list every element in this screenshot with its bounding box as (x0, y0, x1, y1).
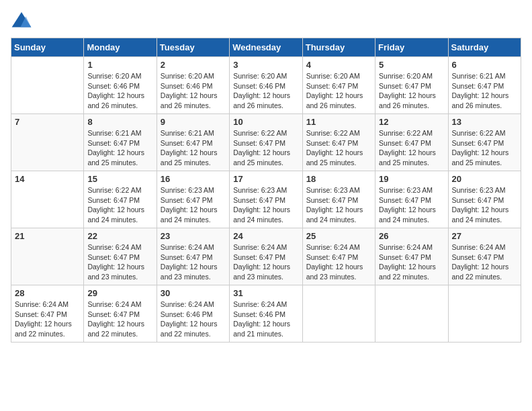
calendar-cell: 29Sunrise: 6:24 AM Sunset: 6:47 PM Dayli… (84, 285, 157, 342)
day-number: 22 (87, 231, 152, 241)
day-number: 11 (306, 117, 371, 127)
day-number: 23 (161, 231, 226, 241)
calendar-cell: 15Sunrise: 6:22 AM Sunset: 6:47 PM Dayli… (84, 171, 157, 228)
day-of-week-header: Sunday (11, 38, 84, 57)
page-header (11, 11, 521, 30)
calendar-header-row: SundayMondayTuesdayWednesdayThursdayFrid… (11, 38, 521, 57)
day-info: Sunrise: 6:21 AM Sunset: 6:47 PM Dayligh… (87, 128, 152, 168)
day-number: 16 (161, 174, 226, 184)
calendar-cell: 5Sunrise: 6:20 AM Sunset: 6:47 PM Daylig… (375, 57, 448, 114)
logo (11, 11, 35, 30)
day-info: Sunrise: 6:24 AM Sunset: 6:47 PM Dayligh… (233, 242, 298, 282)
day-number: 10 (233, 117, 298, 127)
day-info: Sunrise: 6:23 AM Sunset: 6:47 PM Dayligh… (452, 185, 517, 225)
calendar-cell: 12Sunrise: 6:22 AM Sunset: 6:47 PM Dayli… (375, 114, 448, 171)
calendar-cell: 18Sunrise: 6:23 AM Sunset: 6:47 PM Dayli… (302, 171, 375, 228)
day-info: Sunrise: 6:20 AM Sunset: 6:46 PM Dayligh… (161, 71, 226, 111)
day-info: Sunrise: 6:20 AM Sunset: 6:46 PM Dayligh… (233, 71, 298, 111)
calendar-cell: 13Sunrise: 6:22 AM Sunset: 6:47 PM Dayli… (448, 114, 521, 171)
calendar-cell (11, 57, 84, 114)
day-info: Sunrise: 6:22 AM Sunset: 6:47 PM Dayligh… (379, 128, 444, 168)
day-number: 6 (452, 60, 517, 70)
calendar-cell: 17Sunrise: 6:23 AM Sunset: 6:47 PM Dayli… (230, 171, 302, 228)
day-number: 5 (379, 60, 444, 70)
calendar-cell (302, 285, 375, 342)
calendar-cell: 6Sunrise: 6:21 AM Sunset: 6:47 PM Daylig… (448, 57, 521, 114)
calendar-cell: 2Sunrise: 6:20 AM Sunset: 6:46 PM Daylig… (157, 57, 229, 114)
day-number: 4 (306, 60, 371, 70)
calendar-cell: 25Sunrise: 6:24 AM Sunset: 6:47 PM Dayli… (302, 228, 375, 285)
day-number: 17 (233, 174, 298, 184)
day-info: Sunrise: 6:24 AM Sunset: 6:46 PM Dayligh… (161, 300, 226, 339)
calendar-week-row: 2122Sunrise: 6:24 AM Sunset: 6:47 PM Day… (11, 228, 521, 285)
day-number: 15 (87, 174, 152, 184)
day-info: Sunrise: 6:21 AM Sunset: 6:47 PM Dayligh… (452, 71, 517, 111)
calendar-cell: 20Sunrise: 6:23 AM Sunset: 6:47 PM Dayli… (448, 171, 521, 228)
calendar-cell (448, 285, 521, 342)
day-number: 9 (161, 117, 226, 127)
day-info: Sunrise: 6:23 AM Sunset: 6:47 PM Dayligh… (306, 185, 371, 225)
calendar-cell: 26Sunrise: 6:24 AM Sunset: 6:47 PM Dayli… (375, 228, 448, 285)
day-info: Sunrise: 6:24 AM Sunset: 6:47 PM Dayligh… (87, 300, 152, 339)
day-info: Sunrise: 6:22 AM Sunset: 6:47 PM Dayligh… (306, 128, 371, 168)
day-info: Sunrise: 6:22 AM Sunset: 6:47 PM Dayligh… (452, 128, 517, 168)
day-of-week-header: Thursday (302, 38, 375, 57)
calendar-cell: 16Sunrise: 6:23 AM Sunset: 6:47 PM Dayli… (157, 171, 229, 228)
day-info: Sunrise: 6:24 AM Sunset: 6:46 PM Dayligh… (233, 300, 298, 339)
day-info: Sunrise: 6:22 AM Sunset: 6:47 PM Dayligh… (87, 185, 152, 225)
day-info: Sunrise: 6:24 AM Sunset: 6:47 PM Dayligh… (161, 242, 226, 282)
calendar-cell: 11Sunrise: 6:22 AM Sunset: 6:47 PM Dayli… (302, 114, 375, 171)
day-number: 29 (87, 288, 152, 298)
calendar-cell: 31Sunrise: 6:24 AM Sunset: 6:46 PM Dayli… (230, 285, 302, 342)
calendar-week-row: 78Sunrise: 6:21 AM Sunset: 6:47 PM Dayli… (11, 114, 521, 171)
day-info: Sunrise: 6:22 AM Sunset: 6:47 PM Dayligh… (233, 128, 298, 168)
calendar-cell: 19Sunrise: 6:23 AM Sunset: 6:47 PM Dayli… (375, 171, 448, 228)
day-info: Sunrise: 6:24 AM Sunset: 6:47 PM Dayligh… (15, 300, 80, 339)
calendar-cell: 28Sunrise: 6:24 AM Sunset: 6:47 PM Dayli… (11, 285, 84, 342)
day-info: Sunrise: 6:24 AM Sunset: 6:47 PM Dayligh… (306, 242, 371, 282)
day-of-week-header: Friday (375, 38, 448, 57)
calendar-cell: 30Sunrise: 6:24 AM Sunset: 6:46 PM Dayli… (157, 285, 229, 342)
day-number: 3 (233, 60, 298, 70)
calendar-cell: 22Sunrise: 6:24 AM Sunset: 6:47 PM Dayli… (84, 228, 157, 285)
day-info: Sunrise: 6:24 AM Sunset: 6:47 PM Dayligh… (452, 242, 517, 282)
day-of-week-header: Tuesday (157, 38, 229, 57)
day-number: 8 (87, 117, 152, 127)
calendar-cell: 21 (11, 228, 84, 285)
day-number: 25 (306, 231, 371, 241)
day-number: 19 (379, 174, 444, 184)
calendar-cell: 8Sunrise: 6:21 AM Sunset: 6:47 PM Daylig… (84, 114, 157, 171)
day-number: 18 (306, 174, 371, 184)
calendar-cell: 3Sunrise: 6:20 AM Sunset: 6:46 PM Daylig… (230, 57, 302, 114)
calendar-table: SundayMondayTuesdayWednesdayThursdayFrid… (11, 38, 521, 342)
day-number: 7 (15, 117, 80, 127)
day-info: Sunrise: 6:20 AM Sunset: 6:47 PM Dayligh… (379, 71, 444, 111)
day-number: 1 (87, 60, 152, 70)
day-number: 31 (233, 288, 298, 298)
day-info: Sunrise: 6:20 AM Sunset: 6:46 PM Dayligh… (87, 71, 152, 111)
day-number: 14 (15, 174, 80, 184)
day-of-week-header: Monday (84, 38, 157, 57)
calendar-week-row: 1415Sunrise: 6:22 AM Sunset: 6:47 PM Day… (11, 171, 521, 228)
day-number: 26 (379, 231, 444, 241)
day-number: 28 (15, 288, 80, 298)
day-number: 12 (379, 117, 444, 127)
day-info: Sunrise: 6:23 AM Sunset: 6:47 PM Dayligh… (233, 185, 298, 225)
day-info: Sunrise: 6:24 AM Sunset: 6:47 PM Dayligh… (87, 242, 152, 282)
day-number: 13 (452, 117, 517, 127)
day-info: Sunrise: 6:20 AM Sunset: 6:47 PM Dayligh… (306, 71, 371, 111)
day-info: Sunrise: 6:23 AM Sunset: 6:47 PM Dayligh… (379, 185, 444, 225)
calendar-cell: 4Sunrise: 6:20 AM Sunset: 6:47 PM Daylig… (302, 57, 375, 114)
day-info: Sunrise: 6:24 AM Sunset: 6:47 PM Dayligh… (379, 242, 444, 282)
day-info: Sunrise: 6:21 AM Sunset: 6:47 PM Dayligh… (161, 128, 226, 168)
day-info: Sunrise: 6:23 AM Sunset: 6:47 PM Dayligh… (161, 185, 226, 225)
day-number: 21 (15, 231, 80, 241)
calendar-cell: 24Sunrise: 6:24 AM Sunset: 6:47 PM Dayli… (230, 228, 302, 285)
calendar-cell: 10Sunrise: 6:22 AM Sunset: 6:47 PM Dayli… (230, 114, 302, 171)
day-number: 2 (161, 60, 226, 70)
calendar-cell: 9Sunrise: 6:21 AM Sunset: 6:47 PM Daylig… (157, 114, 229, 171)
calendar-week-row: 1Sunrise: 6:20 AM Sunset: 6:46 PM Daylig… (11, 57, 521, 114)
calendar-cell: 14 (11, 171, 84, 228)
day-of-week-header: Saturday (448, 38, 521, 57)
day-number: 27 (452, 231, 517, 241)
